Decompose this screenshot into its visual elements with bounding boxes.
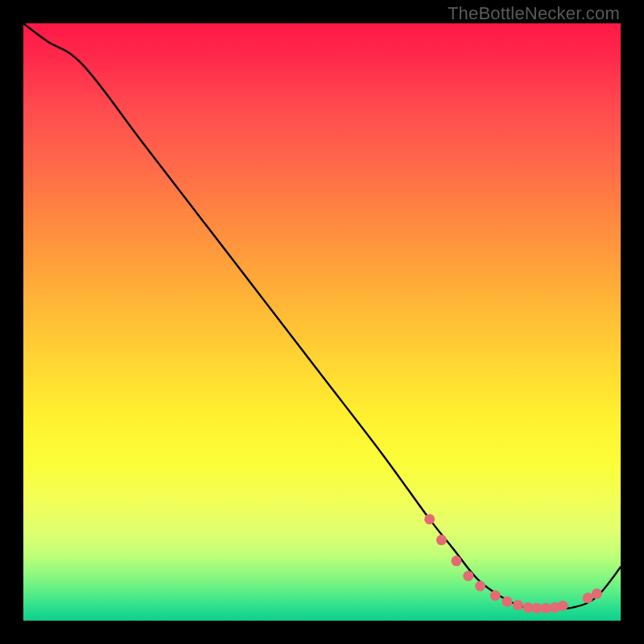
chart-stage: TheBottleNecker.com — [0, 0, 644, 644]
highlight-dot — [502, 597, 513, 607]
plot-area — [23, 23, 621, 621]
watermark-text: TheBottleNecker.com — [448, 3, 620, 24]
highlight-dot — [532, 603, 543, 613]
highlight-dot — [592, 588, 602, 599]
highlight-dot — [490, 590, 501, 601]
highlight-dot — [583, 592, 593, 603]
highlight-dot — [475, 581, 485, 592]
highlight-dot — [513, 600, 523, 610]
bottleneck-curve — [23, 23, 621, 609]
highlight-dot — [541, 603, 551, 613]
highlight-dot — [436, 535, 447, 545]
highlight-dot — [463, 571, 473, 581]
highlight-dot — [451, 555, 461, 566]
curve-layer — [23, 23, 621, 621]
highlight-dots — [424, 514, 602, 613]
highlight-dot — [424, 514, 435, 524]
highlight-dot — [523, 602, 534, 613]
highlight-dot — [558, 601, 568, 611]
